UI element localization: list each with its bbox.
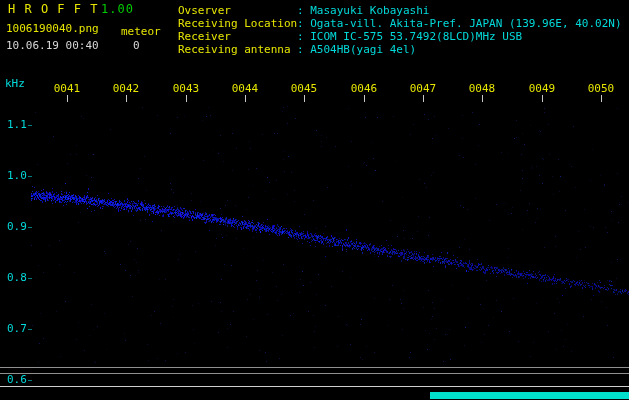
x-tick-mark xyxy=(423,95,424,102)
app-version: 1.00 xyxy=(101,3,134,15)
x-tick-label: 0041 xyxy=(54,83,81,95)
x-tick-label: 0046 xyxy=(351,83,378,95)
y-tick-label: 1.0 xyxy=(7,170,27,182)
x-tick-label: 0042 xyxy=(113,83,140,95)
x-tick-mark xyxy=(601,95,602,102)
x-tick-mark xyxy=(364,95,365,102)
info-value: : Ogata-vill. Akita-Pref. JAPAN (139.96E… xyxy=(297,17,622,30)
x-tick-mark xyxy=(126,95,127,102)
y-tick-label: 0.8 xyxy=(7,272,27,284)
x-tick-mark xyxy=(186,95,187,102)
level-strip-line-top xyxy=(0,367,629,368)
info-label: Ovserver xyxy=(178,4,297,17)
mode-label: meteor xyxy=(121,26,161,38)
x-tick-mark xyxy=(245,95,246,102)
x-tick-label: 0047 xyxy=(410,83,437,95)
y-tick-mark xyxy=(28,329,32,330)
x-tick-label: 0045 xyxy=(291,83,318,95)
y-tick-label: 0.9 xyxy=(7,221,27,233)
meteor-count: 0 xyxy=(133,40,140,52)
y-tick-mark xyxy=(28,176,32,177)
x-tick-mark xyxy=(67,95,68,102)
x-tick-label: 0048 xyxy=(469,83,496,95)
info-row-observer: Ovserver: Masayuki Kobayashi xyxy=(178,4,622,17)
info-value: : ICOM IC-575 53.7492(8LCD)MHz USB xyxy=(297,30,522,43)
y-tick-mark xyxy=(28,125,32,126)
x-tick-mark xyxy=(304,95,305,102)
info-label: Receiving Location xyxy=(178,17,297,30)
x-tick-label: 0043 xyxy=(173,83,200,95)
info-row-antenna: Receiving antenna: A504HB(yagi 4el) xyxy=(178,43,622,56)
x-tick-label: 0049 xyxy=(529,83,556,95)
y-tick-mark xyxy=(28,278,32,279)
x-tick-label: 0050 xyxy=(588,83,615,95)
app-title: H R O F F T xyxy=(8,3,98,15)
x-tick-mark xyxy=(482,95,483,102)
y-tick-mark xyxy=(28,380,32,381)
info-label: Receiver xyxy=(178,30,297,43)
y-tick-label: 0.7 xyxy=(7,323,27,335)
x-tick-label: 0044 xyxy=(232,83,259,95)
info-value: : A504HB(yagi 4el) xyxy=(297,43,416,56)
filename-label: 1006190040.png xyxy=(6,23,99,35)
y-tick-mark xyxy=(28,227,32,228)
datetime-label: 10.06.19 00:40 xyxy=(6,40,99,52)
level-strip-baseline xyxy=(0,386,629,387)
y-tick-label: 0.6 xyxy=(7,374,27,386)
info-row-location: Receiving Location: Ogata-vill. Akita-Pr… xyxy=(178,17,622,30)
hrofft-screen: H R O F F T 1.00 1006190040.png meteor 1… xyxy=(0,0,629,400)
spectrogram-canvas xyxy=(0,0,629,400)
x-tick-mark xyxy=(542,95,543,102)
level-strip-line-mid xyxy=(0,373,629,374)
info-value: : Masayuki Kobayashi xyxy=(297,4,429,17)
y-tick-label: 1.1 xyxy=(7,119,27,131)
info-row-receiver: Receiver: ICOM IC-575 53.7492(8LCD)MHz U… xyxy=(178,30,622,43)
status-bar xyxy=(430,392,629,399)
y-axis-unit: kHz xyxy=(5,78,25,90)
observer-info: Ovserver: Masayuki Kobayashi Receiving L… xyxy=(178,4,622,56)
info-label: Receiving antenna xyxy=(178,43,297,56)
